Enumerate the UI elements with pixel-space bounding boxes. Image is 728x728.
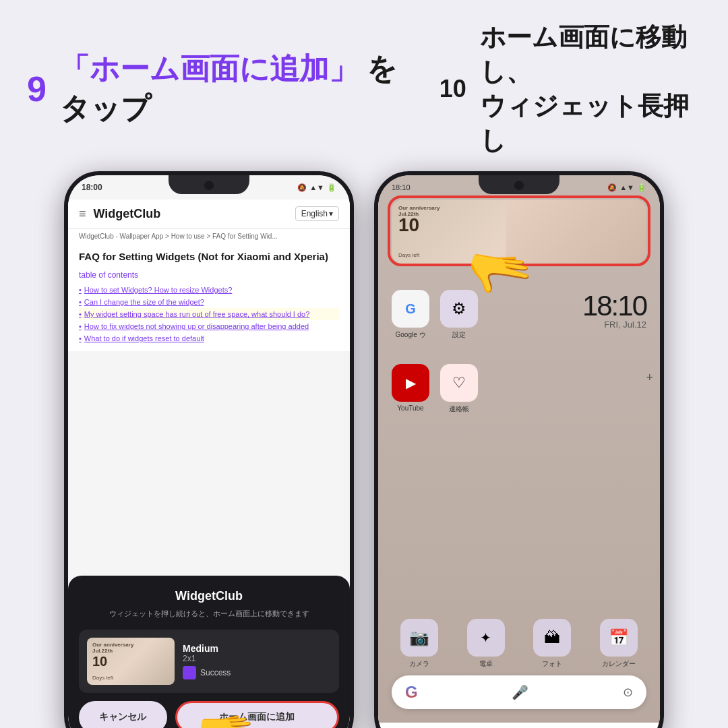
calculator-app-icon: ✦ <box>467 619 505 657</box>
app-item-photos[interactable]: 🏔 フォト <box>524 619 580 669</box>
hw-countdown-num: 10 <box>398 214 419 236</box>
toc-header: table of contents <box>68 266 350 284</box>
home-widget[interactable]: Our anniversaryJul.22th 10 Days left <box>392 200 646 264</box>
widget-image: Our anniversaryJul.22th 10 Days left <box>87 638 175 685</box>
page-title: FAQ for Setting Widgets (Not for Xiaomi … <box>68 244 350 266</box>
widget-size-label: Medium <box>183 643 231 654</box>
settings-app-label: 設定 <box>452 330 466 340</box>
camera-app-label: カメラ <box>409 659 429 669</box>
sheet-title: WidgetClub <box>79 589 339 603</box>
bottom-apps: 📷 カメラ ✦ 電卓 🏔 フォト 📅 カレンダー <box>392 619 646 669</box>
lang-button[interactable]: English ▾ <box>295 206 339 221</box>
calendar-app-label: カレンダー <box>602 659 636 669</box>
hw-days-left: Days left <box>398 252 419 258</box>
app-item-contacts[interactable]: ♡ 連絡帳 <box>440 364 478 414</box>
widget-dims-label: 2x1 <box>183 654 231 663</box>
app-item-youtube[interactable]: ▶ YouTube <box>392 364 429 414</box>
right-phone-screen: 18:10 🔕 ▲▼ 🔋 Our anniversaryJul.22th 10 … <box>378 175 660 728</box>
phones-row: 18:00 🔕 ▲▼ 🔋 ≡ WidgetClub English ▾ <box>0 171 728 728</box>
phone-camera <box>204 181 214 190</box>
step9-number: 9 <box>27 69 47 109</box>
calculator-app-label: 電卓 <box>479 659 493 669</box>
toc-list: How to set Widgets? How to resize Widget… <box>68 284 350 351</box>
contacts-app-label: 連絡帳 <box>449 404 469 414</box>
mic-icon[interactable]: 🎤 <box>512 684 528 700</box>
clock-time: 18:10 <box>582 290 646 322</box>
photos-app-label: フォト <box>542 659 562 669</box>
toc-item-1[interactable]: How to set Widgets? How to resize Widget… <box>79 284 339 296</box>
app-item-camera[interactable]: 📷 カメラ <box>392 619 448 669</box>
right-phone-camera <box>514 181 524 190</box>
app-item-calendar[interactable]: 📅 カレンダー <box>591 619 647 669</box>
home-widget-inner: Our anniversaryJul.22th 10 Days left <box>392 200 646 264</box>
right-time: 18:10 <box>392 183 411 191</box>
contacts-app-icon: ♡ <box>440 364 478 402</box>
sheet-desc: ウィジェットを押し続けると、ホーム画面上に移動できます <box>79 609 339 619</box>
app-item-settings[interactable]: ⚙ 設定 <box>440 290 478 340</box>
browser-header: ≡ WidgetClub English ▾ <box>68 200 350 229</box>
youtube-app-label: YouTube <box>397 404 423 412</box>
clock-widget: 18:10 FRI, Jul.12 <box>582 290 646 330</box>
app-item-calculator[interactable]: ✦ 電卓 <box>458 619 514 669</box>
header: 9 「ホーム画面に追加」 をタップ 10 ホーム画面に移動し、 ウィジェット長押… <box>0 0 728 171</box>
toc-item-5[interactable]: What to do if widgets reset to default <box>79 332 339 344</box>
hw-cat-image <box>506 200 646 264</box>
toc-item-4[interactable]: How to fix widgets not showing up or dis… <box>79 320 339 332</box>
widget-app-row: Success <box>183 666 231 679</box>
app-item-google[interactable]: G Google ウ <box>392 290 429 340</box>
photos-app-icon: 🏔 <box>533 619 571 657</box>
app-row-2: ▶ YouTube ♡ 連絡帳 <box>392 364 478 414</box>
cancel-button[interactable]: キャンセル <box>79 701 167 728</box>
site-name: WidgetClub <box>94 207 161 220</box>
chevron-icon: ▾ <box>329 209 333 218</box>
left-phone-screen: 18:00 🔕 ▲▼ 🔋 ≡ WidgetClub English ▾ <box>68 175 350 728</box>
widget-days-left: Days left <box>92 675 113 681</box>
camera-app-icon: 📷 <box>400 619 438 657</box>
google-app-icon: G <box>392 290 429 328</box>
menu-icon: ≡ <box>79 207 86 220</box>
youtube-app-icon: ▶ <box>392 364 429 402</box>
widget-preview-card: Our anniversaryJul.22th 10 Days left Med… <box>79 630 339 693</box>
step9-label: 「ホーム画面に追加」 をタップ <box>60 52 397 125</box>
lens-icon[interactable]: ⊙ <box>623 685 633 700</box>
left-phone: 18:00 🔕 ▲▼ 🔋 ≡ WidgetClub English ▾ <box>64 171 354 728</box>
widget-app-name: Success <box>200 668 231 677</box>
right-status-icons: 🔕 ▲▼ 🔋 <box>607 183 646 192</box>
app-row-1: G Google ウ ⚙ 設定 <box>392 290 478 340</box>
settings-app-icon: ⚙ <box>440 290 478 328</box>
calendar-app-icon: 📅 <box>600 619 638 657</box>
step10-label: ホーム画面に移動し、 ウィジェット長押し <box>480 23 689 154</box>
left-status-icons: 🔕 ▲▼ 🔋 <box>297 183 336 192</box>
plus-icon[interactable]: + <box>646 371 653 385</box>
widget-app-icon <box>183 666 196 679</box>
widget-anniversary-text: Our anniversaryJul.22th <box>92 642 133 654</box>
google-app-label: Google ウ <box>395 330 425 340</box>
toc-item-3[interactable]: My widget setting space has run out of f… <box>79 308 339 320</box>
widget-info: Medium 2x1 Success <box>183 643 231 679</box>
step10-number: 10 <box>439 75 466 103</box>
right-phone: 18:10 🔕 ▲▼ 🔋 Our anniversaryJul.22th 10 … <box>374 171 664 728</box>
home-screen: 18:10 🔕 ▲▼ 🔋 Our anniversaryJul.22th 10 … <box>378 175 660 723</box>
toc-item-2[interactable]: Can I change the size of the widget? <box>79 296 339 308</box>
google-g-icon: G <box>405 683 418 702</box>
left-time: 18:00 <box>82 183 102 192</box>
breadcrumb: WidgetClub - Wallpaper App > How to use … <box>68 229 350 244</box>
hand-cursor-bottom: 🫳 <box>198 705 256 728</box>
widget-countdown-num: 10 <box>92 654 107 669</box>
google-search-bar[interactable]: G 🎤 ⊙ <box>392 675 646 709</box>
